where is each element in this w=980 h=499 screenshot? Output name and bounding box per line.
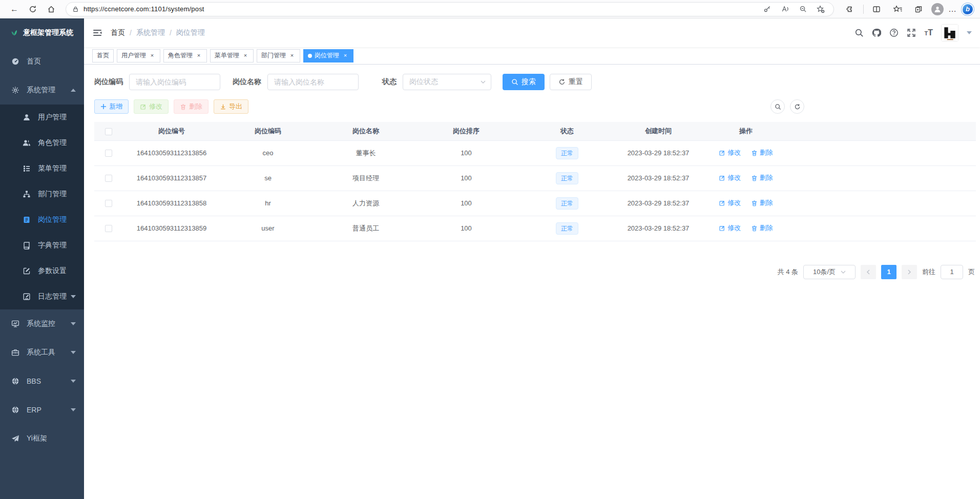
sidebar-item-menus[interactable]: 菜单管理 [0, 156, 84, 181]
sidebar-item-roles[interactable]: 角色管理 [0, 130, 84, 156]
reset-button[interactable]: 重置 [550, 74, 592, 90]
page-size-select[interactable]: 10条/页 [803, 265, 856, 279]
status-badge[interactable]: 正常 [556, 172, 578, 184]
extensions-icon[interactable] [842, 2, 859, 16]
cell-created-time: 2023-03-29 18:52:37 [618, 191, 699, 216]
browser-profile-avatar[interactable] [931, 3, 944, 15]
collections-icon[interactable] [910, 2, 927, 16]
sidebar-item-erp[interactable]: ERP [0, 396, 84, 424]
browser-menu-icon[interactable]: … [948, 5, 957, 14]
refresh-table-button[interactable] [790, 99, 804, 114]
tab-close-icon[interactable]: × [149, 52, 156, 59]
edit-button[interactable]: 修改 [134, 99, 169, 114]
sidebar-item-system[interactable]: 系统管理 [0, 76, 84, 105]
row-delete-link[interactable]: 删除 [751, 223, 773, 233]
tab-home[interactable]: 首页 [92, 49, 114, 63]
header-search-icon[interactable] [854, 28, 864, 37]
table-row[interactable]: 1641030593112313858 hr 人力资源 100 正常 2023-… [94, 191, 976, 216]
favorite-add-icon[interactable] [814, 3, 827, 15]
page-number-current[interactable]: 1 [881, 265, 896, 279]
row-delete-link[interactable]: 删除 [751, 148, 773, 157]
favorites-bar-icon[interactable] [889, 2, 906, 16]
select-all-checkbox[interactable] [105, 128, 112, 135]
sidebar-item-parameters[interactable]: 参数设置 [0, 258, 84, 284]
search-icon [775, 103, 781, 110]
tab-users[interactable]: 用户管理× [117, 49, 160, 63]
row-checkbox[interactable] [105, 200, 112, 207]
table-row[interactable]: 1641030593112313856 ceo 董事长 100 正常 2023-… [94, 140, 976, 165]
tab-close-icon[interactable]: × [288, 52, 296, 59]
fullscreen-icon[interactable] [907, 28, 916, 37]
user-avatar[interactable] [941, 24, 958, 41]
sidebar-item-logs[interactable]: 日志管理 [0, 284, 84, 309]
app-logo[interactable]: 意框架管理系统 [0, 18, 84, 47]
lock-icon [72, 6, 79, 13]
user-icon [23, 113, 31, 121]
add-button[interactable]: 新增 [94, 99, 129, 114]
row-checkbox[interactable] [105, 150, 112, 157]
table-row[interactable]: 1641030593112313859 user 普通员工 100 正常 202… [94, 216, 976, 241]
row-edit-link[interactable]: 修改 [719, 148, 741, 157]
goto-page-input[interactable] [941, 265, 963, 279]
help-icon[interactable] [889, 28, 899, 37]
tab-close-icon[interactable]: × [242, 52, 249, 59]
post-code-input[interactable] [129, 74, 220, 90]
tab-close-icon[interactable]: × [195, 52, 202, 59]
status-select[interactable]: 岗位状态 [403, 74, 491, 90]
row-delete-link[interactable]: 删除 [751, 173, 773, 182]
zoom-out-icon[interactable] [796, 3, 809, 15]
split-screen-icon[interactable] [868, 2, 885, 16]
sidebar-item-posts[interactable]: 岗位管理 [0, 207, 84, 233]
search-button[interactable]: 搜索 [503, 74, 545, 90]
row-edit-link[interactable]: 修改 [719, 173, 741, 182]
browser-back-icon[interactable]: ← [6, 2, 23, 16]
chevron-up-icon [71, 89, 76, 92]
github-icon[interactable] [872, 28, 881, 37]
sidebar-item-dictionary[interactable]: 字典管理 [0, 233, 84, 258]
row-checkbox[interactable] [105, 175, 112, 182]
status-badge[interactable]: 正常 [556, 222, 578, 235]
post-name-input[interactable] [267, 74, 359, 90]
row-edit-link[interactable]: 修改 [719, 198, 741, 207]
sidebar-item-departments[interactable]: 部门管理 [0, 181, 84, 207]
row-delete-link[interactable]: 删除 [751, 198, 773, 207]
avatar-caret-icon[interactable] [967, 31, 972, 34]
next-page-button[interactable] [902, 265, 917, 279]
sidebar-item-users[interactable]: 用户管理 [0, 105, 84, 130]
breadcrumb-home[interactable]: 首页 [111, 28, 125, 37]
password-key-icon[interactable] [760, 3, 774, 15]
sidebar-item-yi-framework[interactable]: Yi框架 [0, 424, 84, 453]
sidebar-item-label: 参数设置 [38, 266, 67, 276]
sidebar-item-label: 角色管理 [38, 138, 67, 148]
row-edit-link[interactable]: 修改 [719, 223, 741, 233]
sidebar-toggle-icon[interactable] [84, 28, 111, 38]
tab-close-icon[interactable]: × [342, 52, 349, 59]
browser-refresh-icon[interactable] [25, 2, 41, 16]
column-header: 岗位编号 [123, 122, 220, 140]
row-checkbox[interactable] [105, 225, 112, 232]
tab-menus[interactable]: 菜单管理× [210, 49, 254, 63]
tab-posts-active[interactable]: 岗位管理× [303, 49, 353, 63]
pagination-total: 共 4 条 [778, 267, 798, 277]
url-text[interactable]: https://ccnetcore.com:1101/system/post [84, 5, 756, 13]
status-badge[interactable]: 正常 [556, 147, 578, 159]
sidebar-item-tools[interactable]: 系统工具 [0, 338, 84, 367]
show-search-toggle-button[interactable] [770, 99, 785, 114]
read-aloud-icon[interactable] [778, 3, 791, 15]
trash-icon [751, 225, 758, 232]
font-size-icon[interactable]: TT [924, 28, 933, 37]
sidebar-item-monitor[interactable]: 系统监控 [0, 309, 84, 338]
tab-departments[interactable]: 部门管理× [257, 49, 300, 63]
send-plane-icon [11, 434, 19, 443]
sidebar-item-bbs[interactable]: BBS [0, 367, 84, 396]
browser-home-icon[interactable] [43, 2, 59, 16]
sidebar-item-home[interactable]: 首页 [0, 47, 84, 76]
table-row[interactable]: 1641030593112313857 se 项目经理 100 正常 2023-… [94, 165, 976, 191]
address-bar[interactable]: https://ccnetcore.com:1101/system/post [66, 2, 834, 16]
prev-page-button[interactable] [861, 265, 876, 279]
bing-copilot-icon[interactable]: b [962, 3, 974, 15]
tab-roles[interactable]: 角色管理× [163, 49, 207, 63]
status-badge[interactable]: 正常 [556, 197, 578, 210]
export-button[interactable]: 导出 [214, 99, 248, 114]
delete-button[interactable]: 删除 [174, 99, 208, 114]
